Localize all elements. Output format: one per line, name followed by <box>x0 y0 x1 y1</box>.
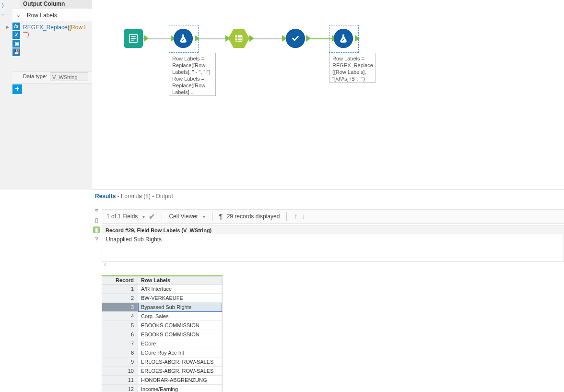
data-type-value[interactable]: V_WString <box>50 72 88 81</box>
table-row[interactable]: 8ECore Roy Acc Int <box>102 348 222 357</box>
annotation-line: Row Labels = <box>172 76 204 82</box>
arrow-down-icon[interactable]: ↓ <box>301 212 305 221</box>
caret-icon[interactable]: ▶ <box>5 25 10 30</box>
fx-icon[interactable]: fx <box>12 23 20 30</box>
select-tool[interactable] <box>228 29 249 48</box>
record-number-cell[interactable]: 3 <box>102 303 138 312</box>
record-number-cell[interactable]: 2 <box>102 294 138 303</box>
workflow-canvas[interactable]: Row Labels = Replace([Row Labels], " - "… <box>92 0 564 190</box>
separator <box>312 212 312 221</box>
folder-icon[interactable]: ▣ <box>12 40 20 48</box>
data-cleanse-tool[interactable] <box>285 28 306 49</box>
table-row[interactable]: 1A/R Interface <box>102 285 222 294</box>
record-number-cell[interactable]: 6 <box>102 330 138 339</box>
output-field-selector[interactable]: ⌄ Row Labels <box>12 9 92 22</box>
results-title-sub: - Formula (8) - Output <box>116 193 173 200</box>
results-title-main: Results <box>95 193 116 200</box>
col-header-record[interactable]: Record <box>102 276 138 285</box>
record-number-cell[interactable]: 4 <box>102 312 138 321</box>
record-number-cell[interactable]: 7 <box>102 339 138 348</box>
connector <box>307 38 335 39</box>
table-row[interactable]: 5EBOOKS COMMISSION <box>102 321 222 330</box>
active-view-icon[interactable]: ▮ <box>93 226 100 233</box>
table-row[interactable]: 12Income/Earning <box>102 385 222 392</box>
results-panel: Results - Formula (8) - Output ≡ ▯ ▮ ? 1… <box>92 190 564 392</box>
record-number-cell[interactable]: 12 <box>102 385 138 392</box>
pilcrow-icon[interactable]: ¶ <box>219 213 223 220</box>
anchor-out-icon[interactable] <box>249 35 254 42</box>
annotation-line: ([Row Labels], <box>332 69 366 75</box>
data-type-row: Data type: V_WString <box>12 71 92 83</box>
formula-tool-1[interactable] <box>173 28 194 49</box>
row-labels-cell[interactable]: EBOOKS COMMISSION <box>138 321 222 330</box>
file-icon <box>128 33 139 44</box>
scroll-left-icon[interactable]: < <box>104 262 106 267</box>
record-number-cell[interactable]: 10 <box>102 367 138 376</box>
separator <box>212 212 212 221</box>
table-row[interactable]: 2BW-VERKAEUFE <box>102 294 222 303</box>
record-number-cell[interactable]: 9 <box>102 357 138 367</box>
record-number-cell[interactable]: 1 <box>102 285 138 294</box>
annotation-line: REGEX_Replace <box>332 62 373 68</box>
separator <box>286 212 287 221</box>
fields-count[interactable]: 1 of 1 Fields <box>106 213 138 220</box>
table-row[interactable]: 4Corp. Sales <box>102 312 222 321</box>
record-number-cell[interactable]: 5 <box>102 321 138 330</box>
grid-header-row: Record Row Labels <box>102 276 222 285</box>
annotation-line: "[\d\/\s]+$", "") <box>332 76 365 82</box>
col-header-rowlabels[interactable]: Row Labels <box>138 276 222 285</box>
anchor-out-icon[interactable] <box>195 35 200 42</box>
list-icon[interactable]: ≡ <box>93 207 100 214</box>
svg-point-22 <box>342 40 343 41</box>
row-labels-cell[interactable]: ECore Roy Acc Int <box>138 348 222 357</box>
anchor-out-icon[interactable] <box>355 35 360 42</box>
tool-annotation-1[interactable]: Row Labels = Replace([Row Labels], " - "… <box>169 53 216 96</box>
checkmark-icon <box>290 33 301 44</box>
record-number-cell[interactable]: 8 <box>102 348 138 357</box>
record-number-cell[interactable]: 11 <box>102 376 138 385</box>
table-row[interactable]: 9ERLOES-ABGR. ROW-SALES <box>102 357 222 367</box>
row-labels-cell[interactable]: BW-VERKAEUFE <box>138 294 222 303</box>
table-row[interactable]: 7ECore <box>102 339 222 348</box>
anchor-out-icon[interactable] <box>144 35 149 42</box>
apply-check-icon[interactable]: ✔ <box>149 212 155 221</box>
cell-viewer-button[interactable]: Cell Viewer <box>169 213 198 220</box>
row-labels-cell[interactable]: Corp. Sales <box>138 312 222 321</box>
svg-marker-24 <box>355 35 360 42</box>
menu-icon[interactable]: ≡ <box>0 12 5 17</box>
table-row[interactable]: 6EBOOKS COMMISSION <box>102 330 222 339</box>
arrow-up-icon[interactable]: ↑ <box>294 212 297 221</box>
row-labels-cell[interactable]: ERLOES-ABGR. ROW-SALES <box>138 357 222 367</box>
formula-expression[interactable]: REGEX_Replace([Row L "") <box>23 24 91 37</box>
add-expression-button[interactable]: + <box>12 84 22 94</box>
tool-annotation-2[interactable]: Row Labels = REGEX_Replace ([Row Labels]… <box>329 53 376 83</box>
results-grid[interactable]: Record Row Labels 1A/R Interface2BW-VERK… <box>102 275 223 392</box>
caret-down-icon[interactable]: ▾ <box>203 214 205 219</box>
svg-point-6 <box>183 39 184 40</box>
help-icon[interactable]: ? <box>93 236 100 243</box>
table-row[interactable]: 10ERLOES-ABGR. ROW-SALES <box>102 367 222 376</box>
output-field-name: Row Labels <box>27 12 57 19</box>
row-labels-cell[interactable]: ECore <box>138 339 222 348</box>
results-toolbar: 1 of 1 Fields ▾ ✔ Cell Viewer ▾ ¶ 29 rec… <box>102 209 564 224</box>
table-row[interactable]: 11HONORAR-ABGRENZUNG <box>102 376 222 385</box>
row-labels-cell[interactable]: Income/Earning <box>138 385 222 392</box>
formula-tool-2[interactable] <box>333 28 354 49</box>
save-icon[interactable]: 💾 <box>12 48 20 56</box>
input-data-tool[interactable] <box>124 29 143 48</box>
row-labels-cell[interactable]: ERLOES-ABGR. ROW-SALES <box>138 367 222 376</box>
annotation-line: Replace([Row <box>172 62 205 68</box>
caret-down-icon[interactable]: ▾ <box>142 214 145 219</box>
table-row[interactable]: 3Bypassed Sub Rights <box>102 303 222 312</box>
anchor-out-icon[interactable] <box>306 35 311 42</box>
formula-side-icons: fx X ▣ 💾 <box>12 23 21 57</box>
row-labels-cell[interactable]: A/R Interface <box>138 285 222 294</box>
row-labels-cell[interactable]: HONORAR-ABGRENZUNG <box>138 376 222 385</box>
row-labels-cell[interactable]: EBOOKS COMMISSION <box>138 330 222 339</box>
variable-icon[interactable]: X <box>12 31 20 39</box>
annotation-line: Labels]... <box>172 89 194 95</box>
connector <box>197 38 227 39</box>
layout-icon[interactable]: ▯ <box>93 217 100 224</box>
row-labels-cell[interactable]: Bypassed Sub Rights <box>138 303 222 312</box>
record-detail-value[interactable]: Unapplied Sub Rights <box>102 234 564 262</box>
